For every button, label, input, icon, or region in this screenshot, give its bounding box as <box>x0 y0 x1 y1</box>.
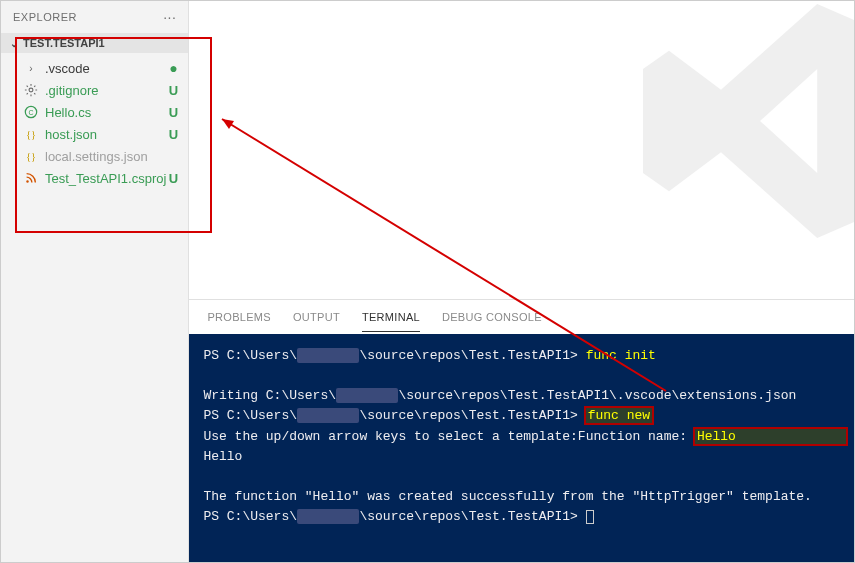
chevron-down-icon: ⌄ <box>9 38 19 49</box>
chevron-icon: › <box>23 60 39 76</box>
redacted-username <box>297 408 359 423</box>
file-label: Hello.cs <box>45 105 166 120</box>
explorer-sidebar: EXPLORER ··· ⌄ TEST.TESTAPI1 ›.vscode●.g… <box>1 1 189 562</box>
file-label: local.settings.json <box>45 149 166 164</box>
git-status: U <box>166 105 180 120</box>
git-status: U <box>166 83 180 98</box>
file-label: Test_TestAPI1.csproj <box>45 171 166 186</box>
t-l7-path: \source\repos\Test.TestAPI1> <box>359 509 577 524</box>
svg-point-5 <box>26 180 28 182</box>
svg-text:{}: {} <box>26 151 36 162</box>
terminal-output[interactable]: PS C:\Users\ \source\repos\Test.TestAPI1… <box>189 334 855 562</box>
explorer-header: EXPLORER ··· <box>1 1 188 33</box>
main-area: PROBLEMSOUTPUTTERMINALDEBUG CONSOLE PS C… <box>189 1 855 562</box>
git-status: U <box>166 127 180 142</box>
t-l3-prefix: PS C:\Users\ <box>203 408 297 423</box>
t-l5: Hello <box>203 449 242 464</box>
more-actions-icon[interactable]: ··· <box>163 9 176 25</box>
git-status: ● <box>166 61 180 75</box>
file-label: host.json <box>45 127 166 142</box>
bottom-panel: PROBLEMSOUTPUTTERMINALDEBUG CONSOLE PS C… <box>189 299 855 562</box>
t-l6: The function "Hello" was created success… <box>203 489 812 504</box>
panel-tabs: PROBLEMSOUTPUTTERMINALDEBUG CONSOLE <box>189 300 855 334</box>
t-l2-prefix: Writing C:\Users\ <box>203 388 336 403</box>
explorer-title: EXPLORER <box>13 11 77 23</box>
panel-tab-problems[interactable]: PROBLEMS <box>207 303 271 331</box>
t-l4a: Use the up/down arrow keys to select a t… <box>203 429 694 444</box>
t-l3-path: \source\repos\Test.TestAPI1> <box>359 408 577 423</box>
file-tree-item[interactable]: {}local.settings.json <box>1 145 188 167</box>
svg-point-0 <box>29 88 33 92</box>
editor-area <box>189 1 855 299</box>
braces-icon: {} <box>23 126 39 142</box>
file-tree-item[interactable]: CHello.csU <box>1 101 188 123</box>
folder-name: TEST.TESTAPI1 <box>23 37 105 49</box>
t-l1-cmd: func init <box>586 348 656 363</box>
file-tree-item[interactable]: Test_TestAPI1.csprojU <box>1 167 188 189</box>
gear-icon <box>23 82 39 98</box>
git-status: U <box>166 171 180 186</box>
panel-tab-debug-console[interactable]: DEBUG CONSOLE <box>442 303 542 331</box>
file-tree-item[interactable]: {}host.jsonU <box>1 123 188 145</box>
redacted-username <box>297 348 359 363</box>
t-l4b: Hello <box>695 429 846 444</box>
t-l1-prefix: PS C:\Users\ <box>203 348 297 363</box>
t-l3-cmd: func new <box>586 408 652 423</box>
file-label: .vscode <box>45 61 166 76</box>
t-l1-path: \source\repos\Test.TestAPI1> <box>359 348 577 363</box>
folder-header[interactable]: ⌄ TEST.TESTAPI1 <box>1 33 188 53</box>
redacted-username <box>336 388 398 403</box>
feed-icon <box>23 170 39 186</box>
panel-tab-output[interactable]: OUTPUT <box>293 303 340 331</box>
t-l2-path: \source\repos\Test.TestAPI1\.vscode\exte… <box>398 388 796 403</box>
vscode-watermark-icon <box>630 1 855 251</box>
redacted-username <box>297 509 359 524</box>
terminal-cursor <box>586 510 594 524</box>
csharp-icon: C <box>23 104 39 120</box>
file-tree: ›.vscode●.gitignoreUCHello.csU{}host.jso… <box>1 53 188 193</box>
braces-icon: {} <box>23 148 39 164</box>
svg-text:{}: {} <box>26 129 36 140</box>
t-l7-prefix: PS C:\Users\ <box>203 509 297 524</box>
file-label: .gitignore <box>45 83 166 98</box>
file-tree-item[interactable]: .gitignoreU <box>1 79 188 101</box>
panel-tab-terminal[interactable]: TERMINAL <box>362 303 420 332</box>
file-tree-item[interactable]: ›.vscode● <box>1 57 188 79</box>
svg-text:C: C <box>28 109 33 116</box>
